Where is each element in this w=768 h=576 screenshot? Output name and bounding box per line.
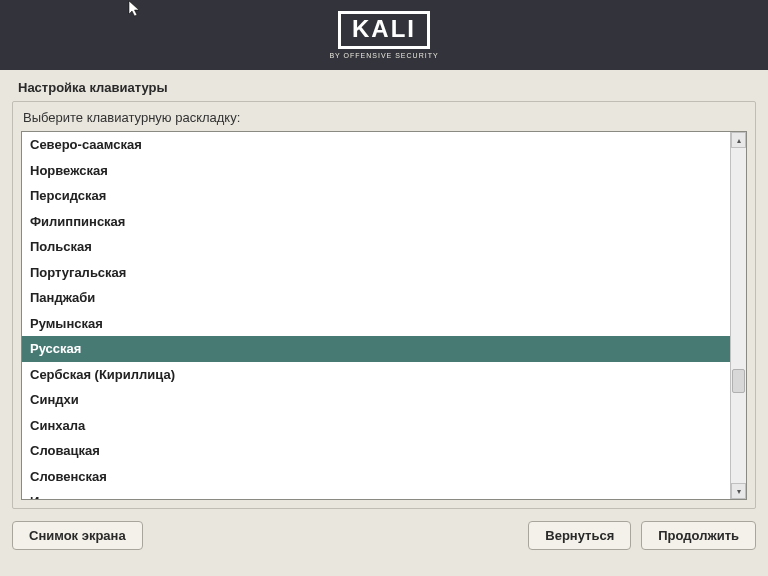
list-item[interactable]: Словенская — [22, 464, 730, 490]
back-button[interactable]: Вернуться — [528, 521, 631, 550]
list-item[interactable]: Русская — [22, 336, 730, 362]
continue-button[interactable]: Продолжить — [641, 521, 756, 550]
prompt-label: Выберите клавиатурную раскладку: — [13, 102, 755, 131]
list-item[interactable]: Словацкая — [22, 438, 730, 464]
list-item[interactable]: Португальская — [22, 260, 730, 286]
list-item[interactable]: Северо-саамская — [22, 132, 730, 158]
panel: Выберите клавиатурную раскладку: Северо-… — [12, 101, 756, 509]
footer: Снимок экрана Вернуться Продолжить — [0, 509, 768, 562]
list-item[interactable]: Филиппинская — [22, 209, 730, 235]
list-item[interactable]: Сербская (Кириллица) — [22, 362, 730, 388]
logo-text: KALI — [352, 15, 416, 42]
scroll-down-button[interactable]: ▾ — [731, 483, 746, 499]
list-item[interactable]: Синхала — [22, 413, 730, 439]
list-item[interactable]: Персидская — [22, 183, 730, 209]
list-item[interactable]: Панджаби — [22, 285, 730, 311]
scrollbar[interactable]: ▴ ▾ — [730, 132, 746, 499]
cursor-icon — [128, 0, 142, 22]
list-item[interactable]: Польская — [22, 234, 730, 260]
page-title: Настройка клавиатуры — [0, 70, 768, 101]
logo: KALI BY OFFENSIVE SECURITY — [329, 11, 438, 59]
header: KALI BY OFFENSIVE SECURITY — [0, 0, 768, 70]
scroll-track[interactable] — [731, 148, 746, 483]
screenshot-button[interactable]: Снимок экрана — [12, 521, 143, 550]
keyboard-layout-listbox[interactable]: Северо-саамскаяНорвежскаяПерсидскаяФилип… — [21, 131, 747, 500]
scroll-thumb[interactable] — [732, 369, 745, 393]
list-item[interactable]: Норвежская — [22, 158, 730, 184]
list-item[interactable]: Испанская — [22, 489, 730, 499]
list-item[interactable]: Синдхи — [22, 387, 730, 413]
logo-subtitle: BY OFFENSIVE SECURITY — [329, 52, 438, 59]
scroll-up-button[interactable]: ▴ — [731, 132, 746, 148]
list-item[interactable]: Румынская — [22, 311, 730, 337]
